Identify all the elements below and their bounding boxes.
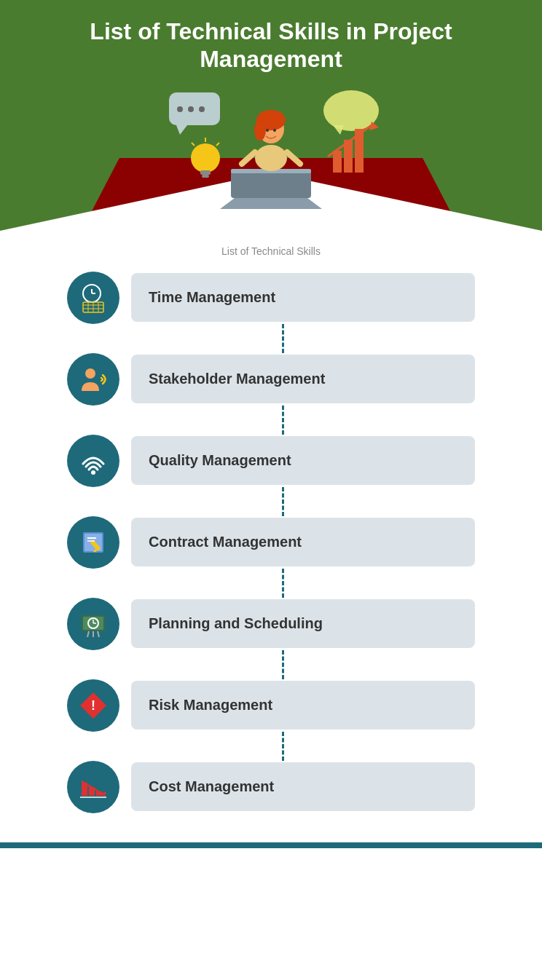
footer-bar bbox=[0, 842, 542, 848]
speaker-illustration bbox=[147, 85, 395, 209]
skill-item-time-management: Time Management bbox=[67, 272, 475, 324]
svg-line-12 bbox=[216, 143, 219, 146]
skill-label-planning-scheduling: Planning and Scheduling bbox=[131, 599, 475, 648]
skill-label-cost-management: Cost Management bbox=[131, 762, 475, 811]
skill-label-quality-management: Quality Management bbox=[131, 436, 475, 485]
skill-item-contract-management: Contract Management bbox=[67, 516, 475, 569]
skill-icon-planning-scheduling bbox=[67, 598, 119, 650]
svg-point-27 bbox=[273, 129, 276, 132]
skill-item-stakeholder-management: Stakeholder Management bbox=[67, 353, 475, 406]
skill-label-stakeholder-management: Stakeholder Management bbox=[131, 355, 475, 403]
svg-point-25 bbox=[254, 120, 266, 141]
subtitle: List of Technical Skills bbox=[44, 245, 498, 257]
svg-point-28 bbox=[255, 145, 287, 171]
svg-point-40 bbox=[85, 368, 95, 379]
skill-icon-quality-management bbox=[67, 435, 119, 487]
content-area: List of Technical Skills bbox=[0, 231, 542, 842]
skills-list: Time Management Stakeholder Management bbox=[44, 272, 498, 813]
skill-label-risk-management: Risk Management bbox=[131, 681, 475, 730]
skill-icon-contract-management bbox=[67, 516, 119, 569]
svg-line-53 bbox=[87, 631, 89, 637]
skill-icon-time-management bbox=[67, 272, 119, 324]
skill-item-quality-management: Quality Management bbox=[67, 435, 475, 487]
svg-marker-18 bbox=[220, 198, 322, 209]
svg-text:!: ! bbox=[91, 698, 95, 713]
page-header: List of Technical Skills in Project Mana… bbox=[0, 0, 542, 85]
svg-point-1 bbox=[177, 106, 183, 112]
skill-label-contract-management: Contract Management bbox=[131, 518, 475, 566]
svg-line-54 bbox=[98, 631, 99, 637]
svg-rect-8 bbox=[200, 170, 211, 175]
connector-3 bbox=[282, 487, 285, 516]
connector-2 bbox=[282, 406, 285, 435]
svg-rect-13 bbox=[333, 151, 342, 173]
svg-point-3 bbox=[199, 106, 205, 112]
skill-item-planning-scheduling: Planning and Scheduling bbox=[67, 598, 475, 650]
svg-point-26 bbox=[266, 129, 269, 132]
skill-item-risk-management: ! Risk Management bbox=[67, 679, 475, 732]
skill-icon-risk-management: ! bbox=[67, 679, 119, 732]
svg-rect-9 bbox=[202, 175, 209, 178]
svg-marker-4 bbox=[176, 125, 187, 135]
illustration-area bbox=[0, 85, 542, 231]
svg-line-11 bbox=[192, 143, 195, 146]
page-title: List of Technical Skills in Project Mana… bbox=[29, 17, 513, 85]
connector-1 bbox=[282, 324, 285, 353]
svg-line-29 bbox=[242, 152, 255, 164]
svg-point-41 bbox=[91, 470, 95, 475]
svg-rect-0 bbox=[169, 92, 220, 125]
connector-4 bbox=[282, 569, 285, 598]
skill-item-cost-management: Cost Management bbox=[67, 761, 475, 813]
skill-icon-stakeholder-management bbox=[67, 353, 119, 406]
skill-icon-cost-management bbox=[67, 761, 119, 813]
svg-point-2 bbox=[188, 106, 194, 112]
svg-line-30 bbox=[287, 152, 300, 164]
svg-point-7 bbox=[191, 143, 220, 173]
connector-6 bbox=[282, 732, 285, 761]
skill-label-time-management: Time Management bbox=[131, 273, 475, 322]
connector-5 bbox=[282, 650, 285, 679]
